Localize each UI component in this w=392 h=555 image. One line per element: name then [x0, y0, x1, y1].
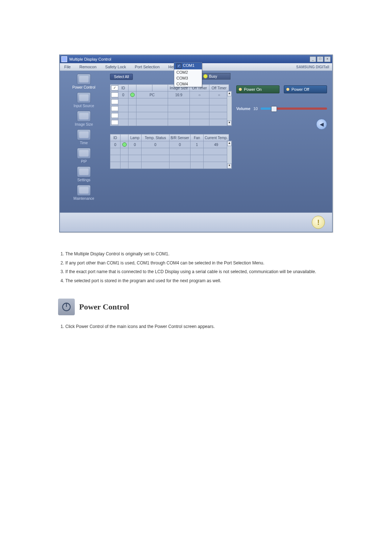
sidebar-item-input-source[interactable]: Input Source — [62, 92, 106, 108]
led-icon — [239, 88, 242, 91]
minimize-button[interactable]: _ — [310, 56, 316, 62]
row-checkbox[interactable] — [111, 92, 118, 97]
note-item: The selected port is stored in the progr… — [65, 278, 334, 284]
window-title: Multiple Display Control — [69, 57, 111, 61]
table-row[interactable] — [110, 112, 229, 119]
status-dot-icon — [122, 142, 127, 147]
warning-icon: ! — [312, 216, 325, 229]
sidebar-item-image-size[interactable]: Image Size — [62, 111, 106, 126]
speaker-icon[interactable]: ◀ — [316, 119, 327, 130]
app-window: Multiple Display Control _ □ × File Remo… — [59, 54, 333, 232]
table-row[interactable] — [110, 98, 229, 105]
port-selection-dropdown[interactable]: ✓COM1 COM2 COM3 COM4 — [174, 62, 202, 87]
row-checkbox[interactable] — [111, 106, 118, 111]
workspace: Power Control Input Source Image Size Ti… — [60, 71, 332, 212]
com-option[interactable]: ✓COM1 — [174, 62, 202, 69]
window-controls: _ □ × — [310, 56, 331, 62]
menu-safety-lock[interactable]: Safety Lock — [101, 63, 130, 70]
note-item: If any port other than COM1 is used, COM… — [65, 260, 334, 267]
section-title: Power Control — [79, 302, 129, 312]
busy-label: Busy — [209, 74, 217, 78]
table-row[interactable] — [110, 148, 229, 155]
busy-dot-icon — [203, 74, 208, 78]
busy-indicator: Busy — [201, 73, 230, 80]
status-table: ID Lamp Temp. Status B/R Senser Fan Curr… — [110, 134, 229, 169]
table-row[interactable] — [110, 119, 229, 126]
row-checkbox[interactable] — [111, 99, 118, 104]
volume-value: 10 — [253, 106, 258, 111]
menu-remocon[interactable]: Remocon — [75, 63, 101, 70]
menu-port-selection[interactable]: Port Selection — [130, 63, 164, 70]
status-dot-icon — [130, 93, 135, 97]
sidebar-item-settings[interactable]: Settings — [62, 166, 106, 182]
volume-label: Volume — [236, 106, 250, 111]
slider-thumb[interactable] — [271, 106, 277, 112]
brand-label: SAMSUNG DIGITall — [296, 65, 332, 69]
sidebar-item-label: Time — [80, 141, 88, 145]
sidebar-item-label: Image Size — [75, 122, 93, 126]
table-row[interactable] — [110, 155, 229, 162]
sidebar-item-power-control[interactable]: Power Control — [62, 74, 106, 89]
pip-icon — [77, 148, 91, 159]
com-option[interactable]: COM2 — [174, 69, 202, 75]
time-icon — [77, 129, 91, 140]
table-row[interactable]: 0 0 0 0 1 49 — [110, 141, 229, 148]
sidebar-item-label: Settings — [77, 178, 90, 182]
power-control-section-icon — [58, 299, 75, 315]
volume-row: Volume 10 — [236, 106, 327, 111]
sidebar-item-time[interactable]: Time — [62, 129, 106, 145]
sub-notes-list: Click Power Control of the main icons an… — [65, 324, 334, 329]
maximize-button[interactable]: □ — [317, 56, 323, 62]
table-row[interactable] — [110, 105, 229, 112]
sidebar-item-label: Input Source — [74, 104, 94, 108]
row-checkbox[interactable] — [111, 120, 118, 125]
table-row[interactable] — [110, 162, 229, 169]
power-control-icon — [77, 74, 91, 85]
col-id: ID — [118, 85, 128, 92]
volume-slider[interactable] — [261, 108, 327, 110]
close-button[interactable]: × — [324, 56, 331, 62]
sidebar: Power Control Input Source Image Size Ti… — [60, 71, 108, 212]
app-icon — [61, 56, 67, 62]
right-panel: Power On Power Off Volume 10 ◀ — [231, 71, 332, 212]
table-row[interactable]: 0 PC 16:9 ○ ○ — [110, 92, 229, 98]
note-item: If the exact port name that is connected… — [65, 268, 334, 275]
sidebar-item-label: Maintenance — [73, 197, 94, 200]
center-panel: Select All ✓COM1 COM2 COM3 COM4 Busy — [108, 71, 231, 212]
header-checkbox[interactable] — [111, 85, 118, 90]
sidebar-item-pip[interactable]: PIP — [62, 148, 106, 163]
sidebar-item-label: Power Control — [72, 85, 95, 89]
image-size-icon — [77, 111, 91, 122]
col-off-timer: Off Timer — [209, 85, 229, 92]
sidebar-item-label: PIP — [81, 159, 87, 163]
notes-list: The Multiple Display Control is original… — [65, 251, 334, 284]
com-option[interactable]: COM3 — [174, 75, 202, 81]
sidebar-item-maintenance[interactable]: Maintenance — [62, 185, 106, 200]
menu-file[interactable]: File — [60, 63, 75, 70]
table-header-row: ID Lamp Temp. Status B/R Senser Fan Curr… — [110, 134, 229, 141]
row-checkbox[interactable] — [111, 113, 118, 118]
note-item: The Multiple Display Control is original… — [65, 251, 334, 258]
display-list-table: ID Image Size On Timer Off Timer 0 PC 16… — [110, 84, 229, 126]
section-header: Power Control — [58, 299, 356, 315]
table-header-row: ID Image Size On Timer Off Timer — [110, 85, 229, 92]
settings-icon — [77, 166, 91, 177]
com-option[interactable]: COM4 — [174, 81, 202, 87]
power-on-button[interactable]: Power On — [236, 85, 279, 93]
note-item: Click Power Control of the main icons an… — [65, 324, 334, 329]
power-off-button[interactable]: Power Off — [284, 85, 327, 93]
led-icon — [286, 88, 289, 91]
input-source-icon — [77, 92, 91, 103]
select-all-button[interactable]: Select All — [110, 74, 133, 80]
maintenance-icon — [77, 185, 91, 196]
statusbar: ! — [60, 212, 332, 232]
